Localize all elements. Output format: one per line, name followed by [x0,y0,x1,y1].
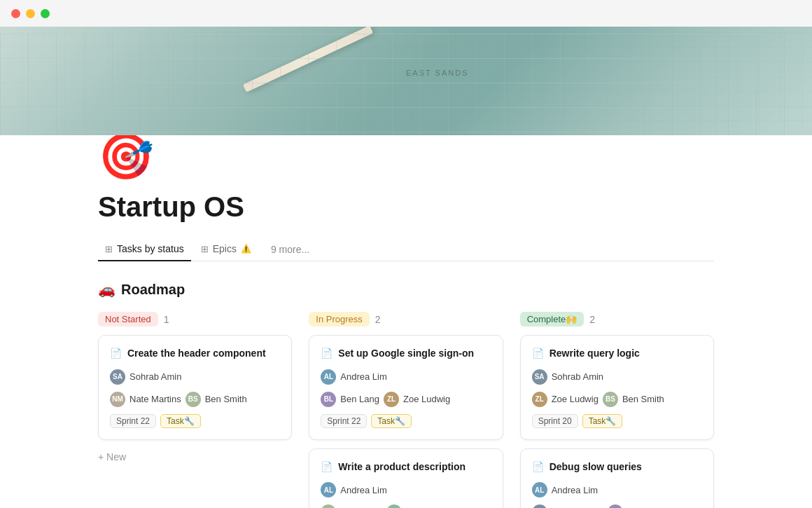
person-name-ben-smith-1: Ben Smith [205,394,247,404]
minimize-button[interactable] [26,9,35,18]
card-title-5: Debug slow queries [550,460,642,474]
avatar-ben-smith-2: BS [321,504,336,508]
avatar-andrea-2: AL [321,482,336,497]
avatar-ben-lang-2: BL [608,504,623,508]
doc-icon-4: 📄 [532,348,544,359]
main-content: Startup OS ⊞ Tasks by status ⊞ Epics ⚠️ … [0,190,812,508]
person-name-ben-lang-1: Ben Lang [340,394,379,404]
page-title: Startup OS [98,190,714,224]
person-name-zoe-1: Zoe Ludwig [403,394,450,404]
card-google-sso[interactable]: 📄 Set up Google single sign-on AL Andrea… [309,335,503,440]
avatar-nate: NM [110,392,125,407]
tag-task-4: Task🔧 [582,414,623,428]
person-name-sohrab: Sohrab Amin [130,371,181,382]
person-name-andrea-3: Andrea Lim [552,485,598,495]
card-title-row-5: 📄 Debug slow queries [532,460,702,474]
person-name-sohrab-2: Sohrab Amin [552,371,603,382]
section-icon: 🚗 [98,281,115,298]
card-title: Create the header component [127,347,266,361]
status-badge-not-started: Not Started [98,312,158,327]
person-name-andrea-1: Andrea Lim [340,371,386,382]
tab-icon-tasks: ⊞ [105,244,113,254]
card-avatars-ben-david: BS Ben Smith DT David Tibbitts [321,504,491,508]
doc-icon-2: 📄 [321,348,332,359]
card-product-description[interactable]: 📄 Write a product description AL Andrea … [309,448,503,508]
pencil-decoration [243,27,373,92]
column-in-progress: In Progress 2 📄 Set up Google single sig… [309,312,503,508]
card-title-2: Set up Google single sign-on [338,347,474,361]
person-name-nate: Nate Martins [130,394,181,404]
avatar-ben-smith-3: BS [603,392,618,407]
card-title-row-4: 📄 Rewrite query logic [532,347,702,361]
avatar-zoe-2: ZL [532,392,547,407]
column-header-in-progress: In Progress 2 [309,312,503,327]
card-debug-queries[interactable]: 📄 Debug slow queries AL Andrea Lim SA So… [520,448,714,508]
tag-task-2: Task🔧 [371,414,412,428]
card-avatars-andrea-3: AL Andrea Lim [532,482,702,497]
add-new-label: + New [98,451,126,462]
card-tags-2: Sprint 22 Task🔧 [321,414,491,428]
doc-icon-5: 📄 [532,461,544,472]
tab-epics-warning: ⚠️ [241,244,251,254]
card-tags-4: Sprint 20 Task🔧 [532,414,702,428]
card-title-row: 📄 Create the header component [110,347,280,361]
avatar-ben-smith-1: BS [186,392,201,407]
tab-more[interactable]: 9 more... [264,238,316,261]
avatar-ben-lang-1: BL [321,392,336,407]
tag-sprint22-2: Sprint 22 [321,414,367,428]
card-title-3: Write a product description [338,460,465,474]
column-count-not-started: 1 [164,314,169,325]
avatar-zoe-1: ZL [384,392,399,407]
tab-more-label: 9 more... [271,244,309,255]
card-avatars-sohrab-ben: SA Sohrab Amin BL Ben Lang [532,504,702,508]
column-not-started: Not Started 1 📄 Create the header compon… [98,312,292,508]
doc-icon: 📄 [110,348,122,359]
card-tags: Sprint 22 Task🔧 [110,414,280,428]
status-badge-in-progress: In Progress [309,312,369,327]
card-avatars-andrea-2: AL Andrea Lim [321,482,491,497]
column-header-complete: Complete🙌 2 [520,312,714,327]
column-count-in-progress: 2 [375,314,381,325]
add-new-button[interactable]: + New [98,448,292,465]
card-title-4: Rewrite query logic [550,347,640,361]
tabs-bar: ⊞ Tasks by status ⊞ Epics ⚠️ 9 more... [98,238,714,261]
avatar-david: DT [386,504,402,508]
card-avatars-ben-zoe: BL Ben Lang ZL Zoe Ludwig [321,392,491,407]
column-count-complete: 2 [589,314,595,325]
tab-epics[interactable]: ⊞ Epics ⚠️ [194,238,258,261]
avatar-sohrab-2: SA [532,369,547,385]
card-avatars-zoe-ben: ZL Zoe Ludwig BS Ben Smith [532,392,702,407]
avatar-sohrab: SA [110,369,125,385]
maximize-button[interactable] [41,9,50,18]
map-text-east-sands: EAST SANDS [406,69,469,77]
section-header: 🚗 Roadmap [98,281,714,298]
card-create-header[interactable]: 📄 Create the header component SA Sohrab … [98,335,292,440]
page-icon: 🎯 [98,128,154,184]
tab-label-epics: Epics [213,243,237,254]
status-badge-complete: Complete🙌 [520,312,584,327]
avatar-andrea-3: AL [532,482,547,497]
hero-banner: EAST SANDS [0,27,812,135]
card-avatars-sohrab-2: SA Sohrab Amin [532,369,702,385]
tag-sprint20: Sprint 20 [532,414,578,428]
section-title: Roadmap [121,282,185,298]
person-name-ben-smith-3: Ben Smith [622,394,664,404]
kanban-board: Not Started 1 📄 Create the header compon… [98,312,714,508]
card-avatars: SA Sohrab Amin [110,369,280,385]
tab-tasks-by-status[interactable]: ⊞ Tasks by status [98,238,191,261]
person-name-andrea-2: Andrea Lim [340,485,386,495]
card-avatars-2: NM Nate Martins BS Ben Smith [110,392,280,407]
close-button[interactable] [11,9,20,18]
tab-label-tasks: Tasks by status [117,243,184,254]
person-name-zoe-2: Zoe Ludwig [552,394,598,404]
tab-icon-epics: ⊞ [201,244,209,254]
card-title-row-3: 📄 Write a product description [321,460,491,474]
doc-icon-3: 📄 [321,461,332,472]
card-rewrite-query[interactable]: 📄 Rewrite query logic SA Sohrab Amin ZL … [520,335,714,440]
avatar-andrea-1: AL [321,369,336,385]
title-bar [0,0,812,27]
avatar-sohrab-3: SA [532,504,547,508]
card-avatars-andrea: AL Andrea Lim [321,369,491,385]
card-title-row-2: 📄 Set up Google single sign-on [321,347,491,361]
column-complete: Complete🙌 2 📄 Rewrite query logic SA Soh… [520,312,714,508]
